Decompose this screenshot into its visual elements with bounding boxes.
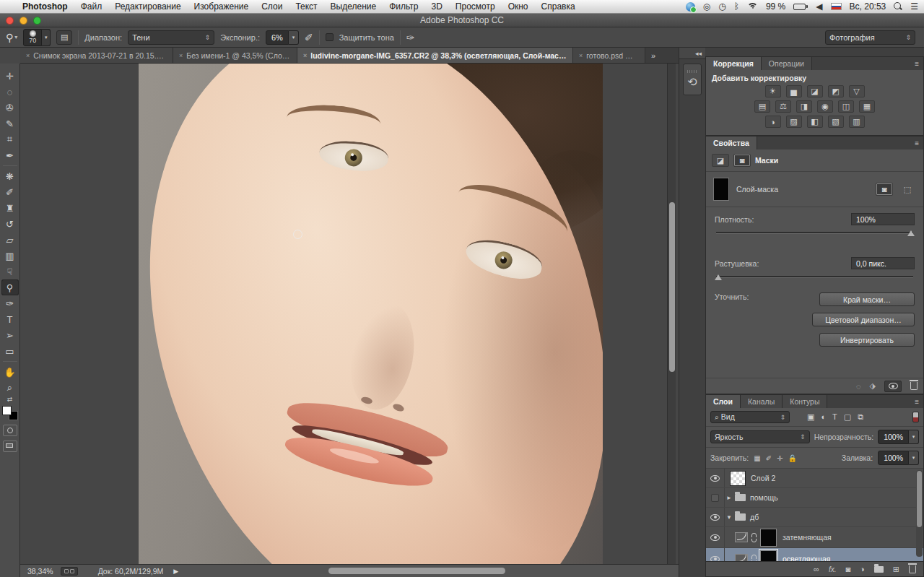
bluetooth-icon[interactable]: ᛒ [734, 1, 739, 12]
range-select[interactable]: Тени ⇕ [128, 30, 214, 45]
airbrush-toggle-icon[interactable]: ✐ [305, 32, 313, 43]
feather-value[interactable]: 0,0 пикс. [851, 257, 915, 269]
layer-name[interactable]: помощь [750, 493, 778, 502]
lasso-tool[interactable]: ✇ [1, 100, 19, 116]
dodge-tool-selected[interactable]: ⚲ [1, 279, 19, 295]
photo-filter-icon[interactable]: ◉ [817, 100, 833, 113]
eraser-tool[interactable]: ▱ [1, 232, 19, 248]
apply-mask-icon[interactable]: ⬗ [870, 381, 876, 391]
document-canvas[interactable] [20, 64, 679, 564]
color-lookup-icon[interactable]: ▦ [859, 100, 875, 113]
new-layer-icon[interactable]: ⊞ [893, 565, 899, 574]
minimize-window-button[interactable] [19, 17, 27, 25]
panel-menu-icon[interactable]: ≡ [910, 57, 923, 70]
visibility-toggle[interactable] [706, 508, 725, 526]
swap-colors-icon[interactable]: ⇄ [7, 396, 13, 403]
tool-preset-picker[interactable]: ⚲ ▾ [6, 32, 17, 43]
canvas-horizontal-scrollbar[interactable] [245, 568, 668, 575]
collapse-panels-button[interactable]: ◂◂ [679, 48, 705, 59]
menu-filter[interactable]: Фильтр [383, 1, 424, 12]
menubar-clock[interactable]: Вс, 20:53 [850, 1, 886, 12]
filter-type-layers-icon[interactable]: T [832, 412, 837, 422]
eyedropper-tool[interactable]: ✒ [1, 147, 19, 163]
history-panel-button[interactable]: ⟲ [683, 64, 702, 95]
lock-all-icon[interactable]: 🔒 [788, 454, 796, 462]
layer-filter-select[interactable]: ⌕ Вид ⇕ [710, 411, 790, 423]
volume-icon[interactable]: ◀ [816, 1, 822, 12]
pixel-mask-icon[interactable]: ◪ [712, 154, 729, 167]
quick-mask-button[interactable] [3, 425, 17, 436]
mask-link-icon[interactable] [751, 533, 757, 542]
levels-icon[interactable]: ▅ [786, 85, 802, 97]
fill-select[interactable]: 100% ▾ [878, 451, 919, 465]
creative-cloud-icon[interactable]: ◎ [703, 1, 710, 12]
battery-icon[interactable] [793, 4, 808, 10]
tab-overflow-button[interactable]: » [645, 48, 661, 63]
tab-actions[interactable]: Операции [762, 57, 812, 70]
gradient-tool[interactable]: ▥ [1, 248, 19, 264]
canvas-vertical-scrollbar[interactable] [667, 64, 676, 564]
path-select-tool[interactable]: ➢ [1, 327, 19, 343]
close-icon[interactable]: × [179, 52, 183, 59]
slider-thumb[interactable] [715, 274, 722, 280]
color-swatches[interactable] [2, 406, 18, 420]
layers-scrollbar[interactable] [916, 470, 923, 557]
add-mask-icon[interactable]: ◙ [845, 565, 850, 573]
quick-selection-tool[interactable]: ✎ [1, 116, 19, 131]
notification-center-icon[interactable]: ☰ [910, 1, 918, 12]
screen-mode-button[interactable] [3, 441, 17, 452]
feather-slider[interactable] [715, 272, 915, 282]
tab-layers[interactable]: Слои [706, 395, 741, 408]
filter-pixel-layers-icon[interactable]: ▣ [807, 412, 814, 422]
document-tab[interactable]: × Снимок экрана 2013-07-21 в 20.15.18.pn… [20, 48, 173, 63]
lock-position-icon[interactable]: ✛ [777, 454, 783, 462]
sync-status-icon[interactable] [686, 2, 695, 12]
delete-mask-icon[interactable] [910, 382, 918, 390]
layer-name[interactable]: дб [750, 513, 759, 521]
chevron-down-icon[interactable]: ▾ [42, 29, 51, 46]
photo-portrait[interactable] [139, 64, 603, 564]
triangle-right-icon[interactable]: ► [725, 495, 733, 501]
slider-thumb[interactable] [907, 230, 915, 236]
mask-edge-button[interactable]: Край маски… [819, 292, 915, 306]
menu-file[interactable]: Файл [74, 1, 109, 12]
brush-preset-picker[interactable]: 70 ▾ [23, 29, 51, 46]
clone-stamp-tool[interactable]: ♜ [1, 200, 19, 216]
titlebar[interactable]: Adobe Photoshop CC [0, 14, 924, 27]
spotlight-search-icon[interactable] [894, 2, 902, 11]
visibility-toggle[interactable] [706, 527, 725, 547]
toggle-brush-panel-button[interactable]: ▤ [56, 30, 72, 45]
type-tool[interactable]: T [1, 311, 19, 327]
triangle-down-icon[interactable]: ▼ [725, 514, 733, 521]
smudge-tool[interactable]: ☟ [1, 264, 19, 279]
wifi-icon[interactable] [747, 3, 758, 11]
layer-group-row[interactable]: ► помощь [706, 488, 923, 508]
shape-tool[interactable]: ▭ [1, 343, 19, 359]
menu-window[interactable]: Окно [502, 1, 535, 12]
scrollbar-thumb[interactable] [328, 568, 505, 574]
filter-shape-layers-icon[interactable]: ▢ [844, 412, 851, 422]
input-language-flag-icon[interactable] [831, 3, 842, 10]
history-brush-tool[interactable]: ↺ [1, 216, 19, 232]
density-value[interactable]: 100% [851, 213, 915, 225]
visibility-toggle[interactable] [706, 488, 725, 507]
threshold-icon[interactable]: ◧ [807, 116, 823, 128]
close-window-button[interactable] [6, 17, 14, 25]
pressure-size-toggle-icon[interactable]: ✑ [406, 32, 415, 43]
healing-brush-tool[interactable]: ❋ [1, 168, 19, 184]
exposure-icon[interactable]: ◩ [828, 85, 844, 97]
scrollbar-thumb[interactable] [917, 471, 922, 527]
lock-pixels-icon[interactable]: ✐ [766, 454, 772, 462]
posterize-icon[interactable]: ▨ [786, 116, 802, 128]
add-adjustment-icon[interactable]: ◑ [860, 565, 865, 573]
menu-layers[interactable]: Слои [255, 1, 289, 12]
filter-smart-objects-icon[interactable]: ⧉ [858, 412, 863, 422]
brush-tool[interactable]: ✐ [1, 184, 19, 200]
close-icon[interactable]: × [579, 52, 583, 59]
protect-tones-checkbox[interactable] [326, 33, 334, 41]
opacity-select[interactable]: 100% ▾ [878, 430, 919, 444]
workspace-select[interactable]: Фотография ⇕ [825, 30, 915, 45]
zoom-window-button[interactable] [33, 17, 41, 25]
delete-layer-icon[interactable] [909, 565, 916, 573]
invert-icon[interactable]: ◑ [765, 116, 781, 128]
